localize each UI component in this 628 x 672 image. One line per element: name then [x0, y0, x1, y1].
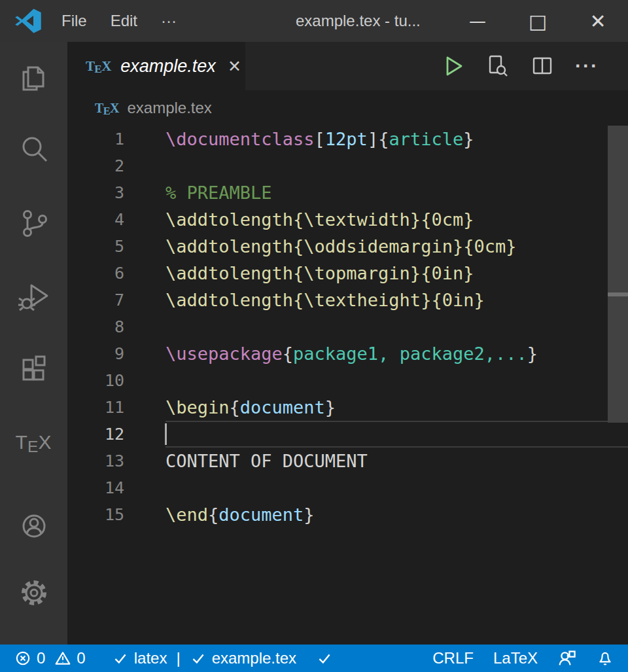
check-icon: [316, 650, 333, 667]
code-area: 1\documentclass[12pt]{article}23% PREAMB…: [67, 126, 628, 528]
breadcrumb-file-icon: TEX: [95, 101, 119, 116]
status-item-language-mode[interactable]: LaTeX: [493, 649, 538, 667]
status-item-label: 0: [77, 649, 85, 667]
line-content[interactable]: \usepackage{package1, package2,...}: [166, 340, 628, 367]
line-number[interactable]: 12: [67, 421, 124, 448]
maximize-button[interactable]: □: [508, 0, 568, 44]
tex-file-icon: TEX: [86, 58, 111, 75]
status-item-label: CRLF: [432, 649, 474, 667]
code-line-7[interactable]: 7\addtolength{\textheight}{0in}: [67, 287, 628, 313]
code-line-15[interactable]: 15\end{document}: [67, 501, 628, 528]
line-number[interactable]: 7: [67, 287, 124, 313]
status-bar-left: 00latex|example.tex: [14, 649, 333, 667]
code-line-5[interactable]: 5\addtolength{\oddsidemargin}{0cm}: [67, 233, 628, 260]
line-content[interactable]: [166, 474, 628, 501]
activity-item-settings[interactable]: [0, 561, 67, 624]
menu-overflow[interactable]: ···: [149, 12, 188, 30]
status-item-label: |: [176, 649, 180, 667]
status-item-eol-selector[interactable]: CRLF: [432, 649, 474, 667]
line-content[interactable]: \documentclass[12pt]{article}: [166, 126, 628, 152]
status-item-problems-warnings[interactable]: 0: [54, 649, 85, 667]
activity-item-run-debug[interactable]: [0, 264, 67, 327]
line-number[interactable]: 1: [67, 126, 124, 152]
line-number[interactable]: 10: [67, 367, 124, 394]
line-content[interactable]: \addtolength{\oddsidemargin}{0cm}: [166, 233, 628, 260]
more-actions-button[interactable]: ···: [565, 42, 609, 90]
line-content[interactable]: \addtolength{\textheight}{0in}: [166, 287, 628, 313]
menu-edit[interactable]: Edit: [99, 12, 149, 30]
code-line-3[interactable]: 3% PREAMBLE: [67, 179, 628, 206]
tab-close-icon[interactable]: ✕: [228, 57, 241, 76]
menu-bar: File Edit ···: [50, 0, 188, 42]
line-content[interactable]: CONTENT OF DOCUMENT: [166, 448, 628, 474]
line-content[interactable]: \addtolength{\textwidth}{0cm}: [166, 206, 628, 233]
search-icon: [18, 133, 50, 166]
run-latex-button[interactable]: [431, 42, 476, 90]
line-number[interactable]: 5: [67, 233, 124, 260]
code-line-2[interactable]: 2: [67, 152, 628, 179]
status-item-accounts[interactable]: [557, 649, 577, 667]
text-cursor: [165, 423, 167, 445]
line-content[interactable]: % PREAMBLE: [166, 179, 628, 206]
check-icon: [112, 650, 129, 667]
vertical-scrollbar[interactable]: [608, 126, 628, 423]
breadcrumb-file-label[interactable]: example.tex: [127, 99, 211, 117]
activity-item-latex-workshop[interactable]: TEX: [0, 411, 67, 474]
code-line-1[interactable]: 1\documentclass[12pt]{article}: [67, 126, 628, 152]
settings-gear-icon: [18, 576, 50, 609]
more-actions-icon: ···: [575, 55, 599, 77]
view-pdf-icon: [485, 53, 511, 79]
view-pdf-button[interactable]: [476, 42, 520, 90]
tab-label: example.tex: [120, 56, 216, 77]
line-number[interactable]: 3: [67, 179, 124, 206]
menu-file[interactable]: File: [50, 12, 99, 30]
activity-item-extensions[interactable]: [0, 338, 67, 400]
line-content[interactable]: \addtolength{\topmargin}{0in}: [166, 260, 628, 287]
split-editor-button[interactable]: [520, 42, 565, 90]
code-line-14[interactable]: 14: [67, 474, 628, 501]
code-line-4[interactable]: 4\addtolength{\textwidth}{0cm}: [67, 206, 628, 233]
activity-item-accounts[interactable]: [0, 495, 67, 557]
code-line-10[interactable]: 10: [67, 367, 628, 394]
status-item-problems-errors[interactable]: 0: [14, 649, 45, 667]
status-item-latex-recipe[interactable]: latex: [112, 649, 167, 667]
line-content[interactable]: \end{document}: [166, 501, 628, 528]
vscode-logo-icon: [14, 7, 42, 35]
title-bar: File Edit ··· example.tex - tu... — □ ✕: [0, 0, 628, 42]
line-number[interactable]: 11: [67, 394, 124, 421]
status-item-notifications[interactable]: [597, 650, 614, 667]
line-number[interactable]: 8: [67, 313, 124, 340]
tab-example-tex[interactable]: TEX example.tex ✕: [67, 42, 245, 90]
line-number[interactable]: 14: [67, 474, 124, 501]
line-content[interactable]: [166, 367, 628, 394]
code-line-9[interactable]: 9\usepackage{package1, package2,...}: [67, 340, 628, 367]
current-line-highlight: [166, 421, 628, 448]
code-line-6[interactable]: 6\addtolength{\topmargin}{0in}: [67, 260, 628, 287]
status-item-lint-status[interactable]: [316, 650, 333, 667]
status-item-label: LaTeX: [493, 649, 538, 667]
close-button[interactable]: ✕: [568, 0, 628, 42]
text-editor[interactable]: 1\documentclass[12pt]{article}23% PREAMB…: [67, 126, 628, 645]
line-content[interactable]: \begin{document}: [166, 394, 628, 421]
line-content[interactable]: [166, 313, 628, 340]
code-line-8[interactable]: 8: [67, 313, 628, 340]
line-number[interactable]: 4: [67, 206, 124, 233]
line-content[interactable]: [166, 152, 628, 179]
status-item-label: example.tex: [212, 649, 296, 667]
status-item-latex-file-status[interactable]: example.tex: [190, 649, 296, 667]
status-bar: 00latex|example.tex CRLFLaTeX: [0, 645, 628, 672]
code-line-13[interactable]: 13CONTENT OF DOCUMENT: [67, 448, 628, 474]
minimize-button[interactable]: —: [447, 0, 508, 42]
activity-item-source-control[interactable]: [0, 191, 67, 254]
line-number[interactable]: 9: [67, 340, 124, 367]
line-number[interactable]: 6: [67, 260, 124, 287]
line-number[interactable]: 13: [67, 448, 124, 474]
line-number[interactable]: 15: [67, 501, 124, 528]
latex-workshop-icon: TEX: [16, 431, 52, 453]
line-number[interactable]: 2: [67, 152, 124, 179]
code-line-11[interactable]: 11\begin{document}: [67, 394, 628, 421]
activity-item-search[interactable]: [0, 118, 67, 181]
activity-item-explorer[interactable]: [0, 47, 67, 110]
window-controls: — □ ✕: [447, 0, 628, 42]
editor-group: TEX example.tex ✕: [67, 42, 628, 645]
